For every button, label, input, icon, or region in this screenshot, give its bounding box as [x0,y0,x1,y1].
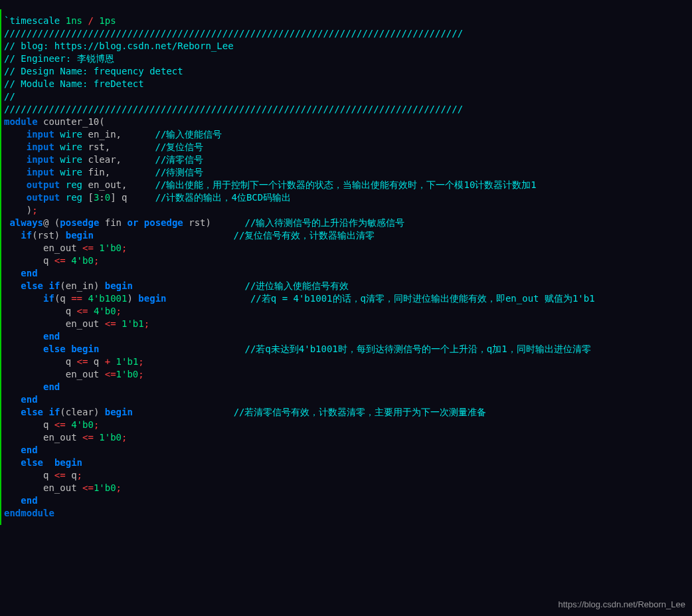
code-token [133,407,234,417]
code-token: 4'b0 [71,255,94,266]
code-token: en_out, [82,179,155,190]
code-token: q [4,306,77,316]
code-line: else begin [4,457,692,469]
code-token: fin [99,217,127,228]
code-token: output [27,192,60,203]
code-line: output reg [3:0] q //计数器的输出，4位BCD码输出 [4,191,692,204]
watermark-text: https://blog.csdn.net/Reborn_Lee [558,598,685,611]
code-token: // Design Name: frequency detect [4,66,183,76]
code-token: q [4,470,54,480]
code-token: else [43,344,66,354]
code-token: q [4,255,54,266]
code-token [4,445,21,455]
code-token: 4'b0 [94,306,116,316]
code-token: ////////////////////////////////////////… [4,104,463,114]
code-token: 1'b1 [122,318,144,329]
code-token: //计数器的输出，4位BCD码输出 [155,192,292,203]
code-token: ) [127,293,138,304]
code-token: rst) [183,217,245,228]
code-token: <= [54,255,66,266]
code-token: ; [122,243,127,253]
code-token: q [4,419,54,430]
code-token: (q [54,293,71,304]
code-token: //输入使能信号 [155,129,222,140]
code-token: ; [122,432,127,443]
code-token: <= [105,318,116,329]
code-token: //清零信号 [155,154,204,165]
code-token: q [88,356,104,367]
code-token: 4'b0 [71,419,94,430]
code-line: q <= q + 1'b1; [4,356,692,368]
code-editor: `timescale 1ns / 1ps////////////////////… [0,9,692,525]
code-token: 1ps [99,15,116,26]
code-token [133,280,245,291]
code-token: ; [116,482,122,493]
code-token: (en_in) [60,280,104,291]
code-token: : [99,192,104,203]
code-token: <= [82,432,94,443]
code-line: end [4,267,692,280]
code-line: // [4,90,692,103]
code-token [43,457,54,468]
code-token: input [27,142,54,152]
code-token [4,230,21,241]
code-token: <= [77,306,88,316]
code-token: // [4,91,15,102]
code-line: endmodule [4,507,692,520]
code-line: module counter_10( [4,116,692,128]
code-token [116,318,122,329]
code-token: wire [60,154,82,165]
code-line: // Engineer: 李锐博恩 [4,52,692,65]
code-token: en_out [4,482,82,493]
code-token: endmodule [4,508,54,518]
code-token: ; [138,356,143,367]
code-token: //若q未达到4'b1001时，每到达待测信号的一个上升沿，q加1，同时输出进位… [244,344,590,354]
code-token: rst, [82,142,155,152]
code-token: begin [105,407,133,417]
code-token: ; [144,318,149,329]
code-token [4,344,43,354]
code-token [66,419,71,430]
code-token [60,192,65,203]
code-token: (clear) [60,407,104,417]
code-line: // Design Name: frequency detect [4,65,692,78]
code-token: <= [77,356,88,367]
code-token [110,356,116,367]
code-line: ); [4,204,692,217]
code-token: en_out [4,432,82,443]
code-line: end [4,381,692,393]
code-token: reg [66,192,82,203]
code-token: ; [94,419,99,430]
code-line: else if(en_in) begin //进位输入使能信号有效 [4,280,692,292]
code-token: ; [138,369,143,379]
code-token: <= [82,482,94,493]
code-token: ] q [110,192,155,203]
code-token: if [48,407,60,417]
code-token: 1'b0 [116,369,139,379]
code-line: if(rst) begin //复位信号有效，计数器输出清零 [4,229,692,242]
code-token: (rst) [32,230,66,241]
code-token: counter_10( [38,116,105,127]
code-token: if [48,280,60,291]
code-token: input [27,167,54,177]
code-token: ; [116,306,122,316]
code-line: ////////////////////////////////////////… [4,27,692,40]
code-token [94,230,234,241]
code-token: //输出使能，用于控制下一个计数器的状态，当输出使能有效时，下一个模10计数器计… [155,179,537,190]
code-token: 1ns [66,15,82,26]
code-line: end [4,444,692,457]
code-token: begin [138,293,166,304]
code-token: ) [4,205,32,215]
code-token: en_in, [82,129,155,140]
code-token: always [9,217,43,228]
code-token: // blog: https://blog.csdn.net/Reborn_Le… [4,41,234,51]
code-token [4,179,27,190]
code-token [4,280,21,291]
code-line: if(q == 4'b1001) begin //若q = 4'b1001的话，… [4,292,692,305]
code-token [4,154,27,165]
code-token [4,331,43,342]
code-line: end [4,393,692,406]
code-line: `timescale 1ns / 1ps [4,15,692,27]
code-token [4,129,27,140]
code-token [4,167,27,177]
